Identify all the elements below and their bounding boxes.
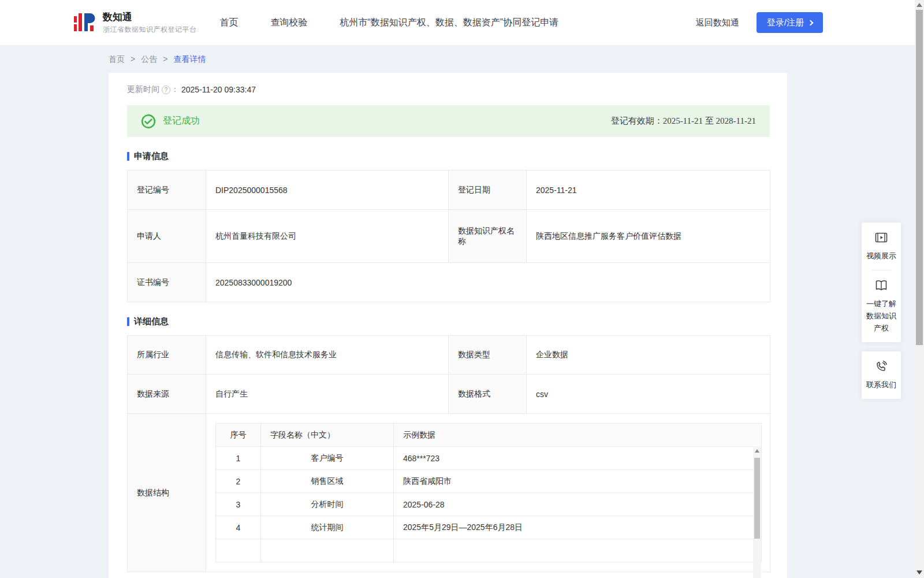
header-right: 返回数知通 登录/注册	[696, 12, 823, 33]
table-row: 数据结构 序号 字段名称（中文） 示例数据	[128, 414, 770, 572]
field-label: 所属行业	[128, 336, 206, 375]
data-structure-table: 序号 字段名称（中文） 示例数据 1 客户编号 468***723	[215, 423, 762, 562]
field-label: 登记编号	[128, 171, 206, 210]
table-header-row: 序号 字段名称（中文） 示例数据	[216, 424, 762, 447]
contact-us-label: 联系我们	[865, 379, 897, 391]
table-row: 4 统计期间 2025年5月29日—2025年6月28日	[216, 516, 762, 539]
status-text: 登记成功	[163, 115, 200, 127]
inner-scrollbar-thumb[interactable]	[754, 458, 760, 539]
table-row: 证书编号 20250833000019200	[128, 263, 770, 302]
table-row: 3 分析时间 2025-06-28	[216, 493, 762, 516]
field-value: 企业数据	[527, 336, 770, 375]
table-row: 2 销售区域 陕西省咸阳市	[216, 470, 762, 493]
cell-field: 客户编号	[261, 447, 394, 470]
scroll-up-icon[interactable]	[916, 3, 922, 7]
field-label: 申请人	[128, 210, 206, 263]
section-bar-icon	[127, 317, 129, 326]
field-value: DIP2025000015568	[206, 171, 449, 210]
field-label: 登记日期	[449, 171, 527, 210]
cell-no: 3	[216, 493, 261, 516]
field-value: 信息传输、软件和信息技术服务业	[206, 336, 449, 375]
nav-item-hangzhou-registration[interactable]: 杭州市“数据知识产权、数据、数据资产”协同登记申请	[340, 17, 559, 29]
field-label: 数据知识产权名称	[449, 210, 527, 263]
update-time-label: 更新时间	[127, 84, 159, 95]
floating-panel: 视频展示 一键了解数据知识产权 联系我们	[862, 223, 901, 399]
page-scrollbar[interactable]	[915, 0, 924, 578]
field-label: 数据格式	[449, 375, 527, 414]
video-display-label: 视频展示	[865, 250, 897, 262]
field-value: 杭州首量科技有限公司	[206, 210, 449, 263]
breadcrumb-home[interactable]: 首页	[109, 54, 125, 65]
field-value: csv	[527, 375, 770, 414]
detail-card: 更新时间 ? ： 2025-11-20 09:33:47 登记成功 登记有效期：…	[109, 73, 787, 578]
scroll-up-icon[interactable]	[755, 449, 759, 453]
table-row	[216, 539, 762, 562]
success-check-icon	[141, 114, 156, 129]
help-icon[interactable]: ?	[162, 86, 170, 94]
breadcrumb: 首页 > 公告 > 查看详情	[109, 54, 924, 65]
update-time-value: 2025-11-20 09:33:47	[181, 85, 256, 94]
section-title-text: 详细信息	[134, 316, 169, 327]
video-icon	[874, 231, 888, 244]
page-scrollbar-thumb[interactable]	[916, 10, 923, 345]
data-structure-table-wrap: 序号 字段名称（中文） 示例数据 1 客户编号 468***723	[215, 423, 761, 562]
back-to-shuzhitong-link[interactable]: 返回数知通	[696, 17, 739, 28]
detail-info-table: 所属行业 信息传输、软件和信息技术服务业 数据类型 企业数据 数据来源 自行产生…	[127, 335, 770, 572]
video-display-card[interactable]: 视频展示 一键了解数据知识产权	[862, 223, 901, 342]
update-time-colon: ：	[171, 84, 179, 95]
cell-no: 2	[216, 470, 261, 493]
chevron-right-icon	[808, 20, 814, 25]
cell-sample: 468***723	[394, 447, 762, 470]
inner-scrollbar[interactable]	[753, 446, 761, 578]
app-subtitle: 浙江省数据知识产权登记平台	[103, 25, 197, 35]
cell-no: 4	[216, 516, 261, 539]
nav-item-home[interactable]: 首页	[220, 17, 239, 29]
field-label: 数据来源	[128, 375, 206, 414]
contact-us-card[interactable]: 联系我们	[862, 351, 901, 399]
section-bar-icon	[127, 152, 129, 161]
cell-sample: 陕西省咸阳市	[394, 470, 762, 493]
field-label: 数据结构	[128, 414, 206, 572]
guide-label: 一键了解数据知识产权	[865, 298, 897, 334]
breadcrumb-separator: >	[163, 54, 167, 65]
section-title-text: 申请信息	[134, 151, 169, 162]
cell-field: 分析时间	[261, 493, 394, 516]
status-banner: 登记成功 登记有效期：2025-11-21 至 2028-11-21	[127, 105, 770, 137]
breadcrumb-separator: >	[131, 54, 135, 65]
table-row: 1 客户编号 468***723	[216, 447, 762, 470]
table-row: 登记编号 DIP2025000015568 登记日期 2025-11-21	[128, 171, 770, 210]
app-title: 数知通	[103, 11, 197, 24]
header: 数知通 浙江省数据知识产权登记平台 首页 查询校验 杭州市“数据知识产权、数据、…	[0, 0, 924, 45]
login-register-label: 登录/注册	[767, 17, 804, 28]
cell-sample: 2025-06-28	[394, 493, 762, 516]
column-header: 字段名称（中文）	[261, 424, 394, 447]
validity-label: 登记有效期：	[611, 116, 663, 125]
field-value: 自行产生	[206, 375, 449, 414]
logo-icon	[73, 10, 97, 35]
data-structure-cell: 序号 字段名称（中文） 示例数据 1 客户编号 468***723	[206, 414, 770, 572]
field-value: 2025-11-21	[527, 171, 770, 210]
main-nav: 首页 查询校验 杭州市“数据知识产权、数据、数据资产”协同登记申请	[220, 17, 591, 29]
breadcrumb-announcement[interactable]: 公告	[141, 54, 157, 65]
logo[interactable]: 数知通 浙江省数据知识产权登记平台	[73, 10, 197, 35]
divider	[871, 270, 891, 271]
field-label: 证书编号	[128, 263, 206, 302]
table-row: 数据来源 自行产生 数据格式 csv	[128, 375, 770, 414]
phone-icon	[874, 360, 888, 373]
validity-period: 登记有效期：2025-11-21 至 2028-11-21	[611, 116, 756, 127]
nav-item-query-verify[interactable]: 查询校验	[271, 17, 308, 29]
book-icon	[874, 279, 888, 292]
cell-sample: 2025年5月29日—2025年6月28日	[394, 516, 762, 539]
column-header: 序号	[216, 424, 261, 447]
validity-value: 2025-11-21 至 2028-11-21	[663, 116, 756, 125]
application-info-table: 登记编号 DIP2025000015568 登记日期 2025-11-21 申请…	[127, 170, 770, 302]
login-register-button[interactable]: 登录/注册	[757, 12, 823, 33]
column-header: 示例数据	[394, 424, 762, 447]
cell-no: 1	[216, 447, 261, 470]
logo-text: 数知通 浙江省数据知识产权登记平台	[103, 11, 197, 35]
field-value: 20250833000019200	[206, 263, 770, 302]
cell-field: 统计期间	[261, 516, 394, 539]
cell-field: 销售区域	[261, 470, 394, 493]
scroll-down-icon[interactable]	[916, 570, 922, 575]
breadcrumb-current: 查看详情	[173, 54, 206, 65]
